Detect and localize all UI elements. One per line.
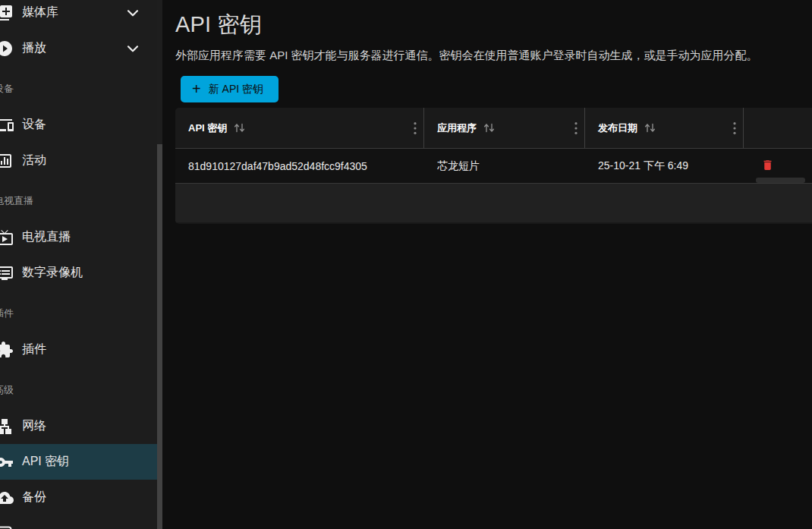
sidebar-item-label: 播放 bbox=[22, 40, 46, 56]
sidebar-item-label: 插件 bbox=[22, 342, 46, 357]
cell-date: 25-10-21 下午 6:49 bbox=[585, 159, 744, 173]
devices-icon bbox=[0, 116, 14, 134]
column-header-api-key[interactable]: API 密钥 bbox=[175, 108, 424, 148]
sidebar-section-advanced: 高级 bbox=[0, 380, 157, 400]
trash-icon bbox=[761, 158, 774, 175]
sidebar-item-partial[interactable] bbox=[0, 515, 157, 529]
sidebar-scrollbar-thumb[interactable] bbox=[157, 144, 162, 529]
column-menu-icon[interactable] bbox=[574, 121, 578, 134]
sidebar-item-label: 电视直播 bbox=[22, 229, 71, 245]
chevron-down-icon[interactable] bbox=[124, 39, 142, 58]
sidebar-item-label: 活动 bbox=[22, 153, 46, 168]
sidebar-item-label: 备份 bbox=[22, 490, 46, 505]
main-content: API 密钥 外部应用程序需要 API 密钥才能与服务器进行通信。密钥会在使用普… bbox=[162, 0, 812, 529]
column-label: 应用程序 bbox=[437, 121, 477, 135]
table-row[interactable]: 81d910127daf47b9ad52d48fcc9f4305 芯龙短片 25… bbox=[175, 149, 812, 184]
sidebar-item-networking[interactable]: 网络 bbox=[0, 408, 157, 444]
sidebar-section-plugins: 插件 bbox=[0, 304, 157, 323]
sidebar-section-live-tv: 电视直播 bbox=[0, 191, 157, 211]
sidebar-item-playback[interactable]: 播放 bbox=[0, 30, 157, 66]
cloud-backup-icon bbox=[0, 489, 14, 507]
play-circle-icon bbox=[0, 39, 14, 58]
sidebar-item-live-tv[interactable]: 电视直播 bbox=[0, 219, 157, 255]
library-add-icon bbox=[0, 4, 14, 22]
sidebar-item-activity[interactable]: 活动 bbox=[0, 143, 157, 178]
sidebar-item-media-library[interactable]: 媒体库 bbox=[0, 0, 157, 30]
new-api-key-button[interactable]: + 新 API 密钥 bbox=[181, 76, 279, 102]
sidebar-item-label: API 密钥 bbox=[22, 454, 69, 470]
live-tv-icon bbox=[0, 228, 14, 247]
table-header-row: API 密钥 应用程序 发布日期 bbox=[175, 108, 812, 149]
new-api-key-label: 新 API 密钥 bbox=[209, 83, 263, 96]
sidebar-item-plugins[interactable]: 插件 bbox=[0, 332, 157, 367]
plugin-puzzle-icon bbox=[0, 341, 14, 359]
column-header-date-issued[interactable]: 发布日期 bbox=[585, 108, 744, 148]
column-header-app[interactable]: 应用程序 bbox=[424, 108, 585, 148]
sort-arrows-icon[interactable] bbox=[483, 122, 496, 134]
column-menu-icon[interactable] bbox=[414, 121, 417, 134]
sidebar-item-devices[interactable]: 设备 bbox=[0, 107, 157, 143]
column-label: API 密钥 bbox=[188, 121, 227, 135]
cell-api-key: 81d910127daf47b9ad52d48fcc9f4305 bbox=[175, 160, 424, 172]
page-title: API 密钥 bbox=[175, 10, 262, 40]
chevron-down-icon[interactable] bbox=[124, 4, 142, 22]
sidebar-item-dvr[interactable]: 数字录像机 bbox=[0, 255, 157, 291]
sidebar-section-devices: 设备 bbox=[0, 79, 157, 99]
sort-arrows-icon[interactable] bbox=[233, 122, 246, 134]
sort-arrows-icon[interactable] bbox=[644, 122, 656, 134]
cell-actions bbox=[744, 158, 812, 175]
column-header-actions bbox=[744, 108, 812, 148]
sidebar-item-label: 数字录像机 bbox=[22, 265, 83, 281]
activity-chart-icon bbox=[0, 152, 14, 170]
page-description: 外部应用程序需要 API 密钥才能与服务器进行通信。密钥会在使用普通账户登录时自… bbox=[175, 49, 758, 63]
plus-icon: + bbox=[192, 81, 201, 96]
dvr-icon bbox=[0, 264, 14, 282]
sidebar-item-label: 设备 bbox=[22, 117, 46, 133]
cell-app: 芯龙短片 bbox=[424, 159, 585, 173]
sidebar: 媒体库 播放 设备 设备 活动 电视直播 电视直播 bbox=[0, 0, 157, 529]
sidebar-item-label: 媒体库 bbox=[22, 5, 58, 20]
key-icon bbox=[0, 453, 14, 471]
api-keys-table: API 密钥 应用程序 发布日期 bbox=[175, 108, 812, 224]
sidebar-item-api-keys[interactable]: API 密钥 bbox=[0, 444, 157, 480]
network-lan-icon bbox=[0, 417, 14, 436]
sidebar-item-backup[interactable]: 备份 bbox=[0, 480, 157, 515]
partial-item-icon bbox=[0, 524, 14, 529]
column-label: 发布日期 bbox=[598, 121, 637, 135]
column-menu-icon[interactable] bbox=[733, 121, 736, 134]
sidebar-item-label: 网络 bbox=[22, 418, 46, 434]
table-hscroll-thumb[interactable] bbox=[756, 178, 805, 183]
delete-key-button[interactable] bbox=[761, 158, 774, 175]
table-footer bbox=[175, 184, 812, 222]
